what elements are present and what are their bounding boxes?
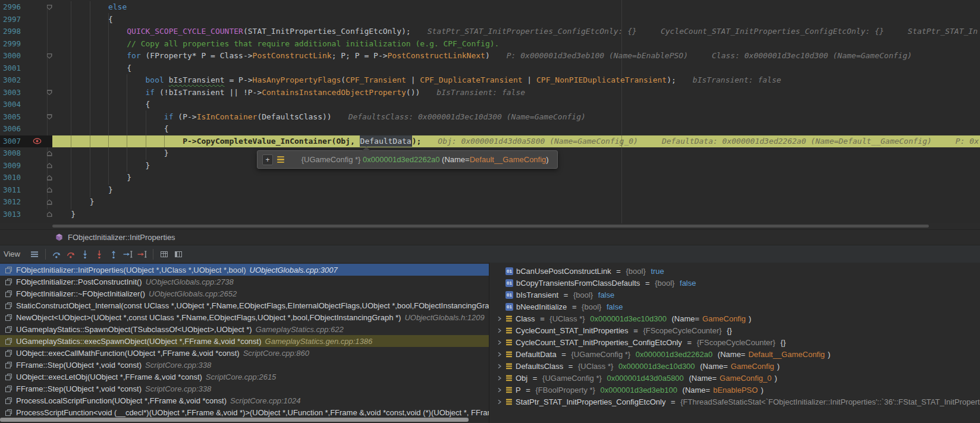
field-icon[interactable] [277,156,284,163]
step-out-button[interactable] [106,248,121,261]
code-line[interactable]: 3003 if (!bIsTransient || !P->ContainsIn… [0,87,980,99]
force-run-to-cursor-button[interactable] [135,248,149,261]
expand-chevron[interactable] [497,316,502,321]
chevron-right-icon[interactable] [497,316,502,321]
stack-frame-row[interactable]: UObject::execCallMathFunction(UObject *,… [0,347,489,359]
fold-close-icon[interactable] [47,212,52,217]
editor-gutter[interactable]: 2997 [0,14,52,26]
variable-row[interactable]: 01bCopyTransientsFromClassDefaults = {bo… [489,277,980,289]
stack-frame-row[interactable]: UGameplayStatics::execSpawnObject(UObjec… [0,335,489,347]
editor-horizontal-scrollbar[interactable] [52,225,929,228]
breakpoint-slot[interactable] [30,184,43,197]
breakpoint-slot[interactable] [30,62,43,75]
editor-gutter[interactable]: 3013 [0,209,52,221]
breakpoint-slot[interactable] [30,50,43,62]
fold-close-icon[interactable] [47,163,52,168]
chevron-right-icon[interactable] [497,340,502,345]
editor-gutter[interactable]: 3004 [0,99,52,111]
expand-chevron[interactable] [497,387,502,393]
fold-open-icon[interactable] [47,5,52,10]
expand-chevron[interactable] [497,399,502,405]
variable-row[interactable]: DefaultData = {UGameConfig *} 0x000001d3… [489,348,980,360]
stack-frame-row[interactable]: FFrame::Step(UObject *,void *const)Scrip… [0,383,489,394]
breakpoint-slot[interactable] [30,111,43,124]
code-line[interactable]: 3000 for (FProperty* P = Class->PostCons… [0,50,980,62]
code-line[interactable]: 2998 QUICK_SCOPE_CYCLE_COUNTER(STAT_Init… [0,26,980,38]
editor-gutter[interactable]: 2999 [0,38,52,50]
breakpoint-slot[interactable] [30,135,43,148]
stack-frame-row[interactable]: FObjectInitializer::InitProperties(UObje… [0,264,489,276]
chevron-right-icon[interactable] [497,364,502,369]
chevron-right-icon[interactable] [497,387,502,393]
view-menu-label[interactable]: View [4,250,20,258]
breakpoint-slot[interactable] [30,123,43,135]
fold-close-icon[interactable] [47,187,52,192]
code-line[interactable]: 3011 } [0,184,980,197]
variable-row[interactable]: CycleCount_STAT_InitProperties = {FScope… [489,324,980,336]
stack-frame-row[interactable]: FFrame::Step(UObject *,void *const)Scrip… [0,359,489,371]
code-line[interactable]: 3012 } [0,196,980,209]
breadcrumb-method[interactable]: FObjectInitializer::InitProperties [68,233,175,242]
editor-gutter[interactable]: 3001 [0,62,52,75]
stack-frame-row[interactable]: FObjectInitializer::PostConstructInit()U… [0,276,489,288]
editor-gutter[interactable]: 3005 [0,111,52,124]
breakpoint-slot[interactable] [30,1,43,14]
variable-row[interactable]: 01bCanUsePostConstructLink = {bool} true [489,265,980,277]
code-line[interactable]: 3010 } [0,172,980,184]
variable-row[interactable]: P = {FBoolProperty *} 0x000001d3ed3eb100… [489,384,980,396]
chevron-right-icon[interactable] [497,375,502,381]
stack-frame-row[interactable]: NewObject<UObject>(UObject *,const UClas… [0,311,489,323]
menu-button[interactable] [27,248,42,261]
variable-row[interactable]: Class = {UClass *} 0x000001d3ec10d300 (N… [489,312,980,324]
run-to-cursor-button[interactable] [121,248,135,261]
expand-chevron[interactable] [497,328,502,333]
force-step-over-button[interactable] [64,248,78,261]
variable-row[interactable]: CycleCount_STAT_InitProperties_ConfigEtc… [489,336,980,348]
breakpoint-slot[interactable] [30,74,43,87]
breakpoint-slot[interactable] [30,26,43,38]
editor-gutter[interactable]: 3007 [0,135,52,148]
stack-frame-row[interactable]: ProcessLocalScriptFunction(UObject *,FFr… [0,394,489,406]
code-line[interactable]: 3001 { [0,62,980,75]
expand-chevron[interactable] [497,375,502,381]
editor-gutter[interactable]: 3009 [0,160,52,172]
breakpoint-slot[interactable] [30,209,43,221]
variable-row[interactable]: DefaultsClass = {UClass *} 0x000001d3ec1… [489,360,980,372]
execution-point-eye-icon[interactable] [33,138,42,144]
fold-open-icon[interactable] [47,53,52,59]
breakpoint-slot[interactable] [30,196,43,209]
editor-gutter[interactable]: 3011 [0,184,52,197]
breakpoint-slot[interactable] [30,172,43,184]
fold-close-icon[interactable] [47,175,52,181]
variable-row[interactable]: 01bNeedInitialize = {bool} false [489,301,980,312]
breakpoint-slot[interactable] [30,160,43,172]
fold-open-icon[interactable] [47,114,52,119]
code-line[interactable]: 3013 } [0,209,980,221]
code-line[interactable]: 3004 { [0,99,980,111]
editor-gutter[interactable]: 3008 [0,147,52,160]
expand-chevron[interactable] [497,364,502,369]
code-line[interactable]: 3005 if (P->IsInContainer(DefaultsClass)… [0,111,980,124]
editor-gutter[interactable]: 2998 [0,26,52,38]
code-line[interactable]: 3007 P->CopyCompleteValue_InContainer(Ob… [0,135,980,148]
code-editor[interactable]: 2996 else2997 {2998 QUICK_SCOPE_CYCLE_CO… [0,0,980,223]
breakpoint-slot[interactable] [30,147,43,160]
variables-panel[interactable]: 01bCanUsePostConstructLink = {bool} true… [489,263,980,423]
stack-frame-row[interactable]: UGameplayStatics::SpawnObject(TSubclassO… [0,323,489,335]
chevron-right-icon[interactable] [497,352,502,357]
code-line[interactable]: 2997 { [0,14,980,26]
editor-gutter[interactable]: 2996 [0,1,52,14]
editor-gutter[interactable]: 3000 [0,50,52,62]
stack-frame-row[interactable]: FObjectInitializer::~FObjectInitializer(… [0,288,489,299]
force-step-into-button[interactable] [92,248,106,261]
fold-close-icon[interactable] [47,151,52,156]
stack-frame-row[interactable]: ProcessScriptFunction<void (__cdecl*)(UO… [0,406,489,418]
frames-horizontal-scrollbar[interactable] [0,418,469,422]
code-line[interactable]: 2999 // Copy all properties that require… [0,38,980,50]
table-view-button[interactable] [157,248,171,261]
breakpoint-slot[interactable] [30,14,43,26]
expand-chevron[interactable] [497,352,502,357]
chevron-right-icon[interactable] [497,399,502,405]
stack-frame-row[interactable]: StaticConstructObject_Internal(const UCl… [0,299,489,311]
editor-gutter[interactable]: 3002 [0,74,52,87]
